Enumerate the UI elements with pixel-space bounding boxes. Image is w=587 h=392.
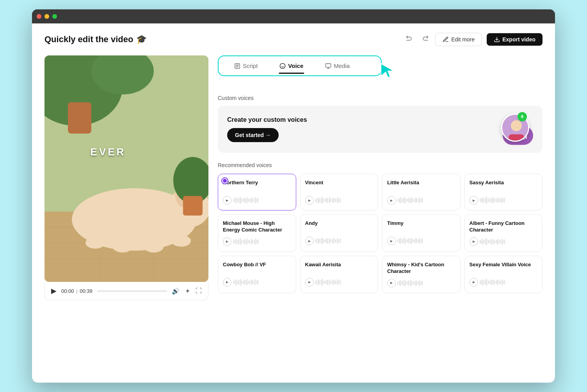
voice-card-sassy-aerisita[interactable]: Sassy Aerisita ▶ [464,174,543,210]
wbar-3 [402,281,402,285]
voice-name: Andy [305,220,374,233]
voice-play-button[interactable]: ▶ [470,278,478,287]
browser-close-dot[interactable] [37,14,41,19]
wbar-4 [238,239,239,244]
voice-card-timmy[interactable]: Timmy ▶ [382,214,461,252]
wbar-18 [258,239,258,244]
voice-play-button[interactable]: ▶ [223,237,231,246]
tab-script[interactable]: Script [225,59,267,72]
redo-button[interactable] [420,33,430,46]
volume-icon[interactable]: 🔊 [172,287,180,295]
wbar-9 [410,239,411,243]
voice-card-albert[interactable]: Albert - Funny Cartoon Character ▶ [464,214,543,252]
voice-waveform: ▶ [470,278,538,287]
voice-card-michael-mouse[interactable]: Michael Mouse - High Energy Comic Charac… [218,214,296,252]
wbar-11 [495,240,495,243]
wbar-9 [245,280,246,285]
voice-card-little-aerisita[interactable]: Little Aerisita ▶ [382,174,461,210]
voice-play-button[interactable]: ▶ [305,196,314,205]
voice-play-button[interactable]: ▶ [470,196,478,205]
wbar-4 [403,280,404,286]
voice-play-button[interactable]: ▶ [223,196,231,205]
wbar-16 [255,197,256,203]
wbar-8 [491,198,491,203]
wbar-3 [237,240,238,244]
voice-name: Whimsy - Kid's Cartoon Character [387,262,455,275]
undo-button[interactable] [404,33,415,46]
wbar-11 [495,199,495,202]
voice-play-button[interactable]: ▶ [305,237,314,245]
wbar-0 [397,199,398,202]
wbar-17 [338,280,339,284]
tab-media[interactable]: Media [316,59,359,72]
wbar-10 [493,197,494,203]
wbar-18 [258,280,258,285]
wbar-1 [317,280,317,285]
wbar-0 [480,240,480,243]
wbar-17 [421,281,422,285]
wbar-3 [402,239,402,243]
browser-minimize-dot[interactable] [44,14,49,19]
custom-voices-title: Create your custom voices [227,116,307,123]
wbar-12 [414,281,414,285]
voice-name: Sexy Female Villain Voice [470,262,538,274]
voice-name: Kawaii Aerisita [305,262,374,274]
wbar-13 [497,198,498,203]
tab-bar: Script Voice Media [218,55,382,76]
voices-grid: Northern Terry ▶ Vincent ▶ Little Aerisi… [218,174,543,293]
wbar-7 [325,281,326,284]
wbar-7 [489,240,490,243]
voice-card-vincent[interactable]: Vincent ▶ [300,174,379,210]
wbar-9 [327,280,328,285]
wbar-4 [403,198,404,203]
wbar-2 [482,279,483,285]
wbar-15 [500,281,501,284]
get-started-button[interactable]: Get started → [227,128,279,142]
wbar-0 [397,282,398,285]
wbar-0 [315,239,316,242]
voice-play-button[interactable]: ▶ [223,278,231,287]
wbar-3 [237,198,238,202]
wbar-10 [247,197,247,203]
wbar-17 [256,198,257,202]
voice-play-button[interactable]: ▶ [387,196,396,205]
voice-waveform: ▶ [305,196,374,205]
voice-card-northern-terry[interactable]: Northern Terry ▶ [218,174,296,210]
voice-card-sexy-female-villain[interactable]: Sexy Female Villain Voice ▶ [464,256,543,293]
wbar-6 [488,280,489,284]
wbar-5 [240,197,241,204]
tab-voice[interactable]: Voice [270,59,313,72]
voice-card-andy[interactable]: Andy ▶ [300,214,379,252]
waveform-bars [480,197,538,204]
waveform-bars [233,238,291,245]
wbar-18 [258,198,258,203]
voice-card-cowboy-bob[interactable]: Cowboy Bob // VF ▶ [218,256,296,293]
get-started-label: Get started → [235,132,271,138]
control-icons: 🔊 ✦ ⛶ [172,287,202,295]
progress-bar[interactable] [97,290,167,292]
wbar-6 [324,239,324,243]
voice-play-button[interactable]: ▶ [387,237,396,245]
video-container: EVER [44,55,208,282]
current-time: 00:00 [61,288,74,294]
svg-marker-30 [381,64,394,78]
wbar-13 [415,280,416,286]
voice-card-kawaii-aerisita[interactable]: Kawaii Aerisita ▶ [300,256,379,293]
wbar-15 [254,281,254,284]
edit-more-button[interactable]: Edit more [435,33,482,46]
wbar-9 [492,280,493,285]
wbar-6 [324,280,324,284]
voice-play-button[interactable]: ▶ [387,279,396,287]
voice-play-button[interactable]: ▶ [305,278,314,287]
play-button[interactable]: ▶ [51,287,57,295]
wbar-4 [321,238,322,244]
fullscreen-icon[interactable]: ⛶ [196,287,202,295]
settings-icon[interactable]: ✦ [185,287,190,295]
wbar-1 [317,239,317,243]
export-video-button[interactable]: Export video [487,33,543,46]
wbar-13 [415,198,416,203]
wbar-5 [404,237,405,244]
voice-card-whimsy-kid[interactable]: Whimsy - Kid's Cartoon Character ▶ [382,256,461,293]
voice-play-button[interactable]: ▶ [470,237,478,246]
browser-maximize-dot[interactable] [52,14,57,19]
